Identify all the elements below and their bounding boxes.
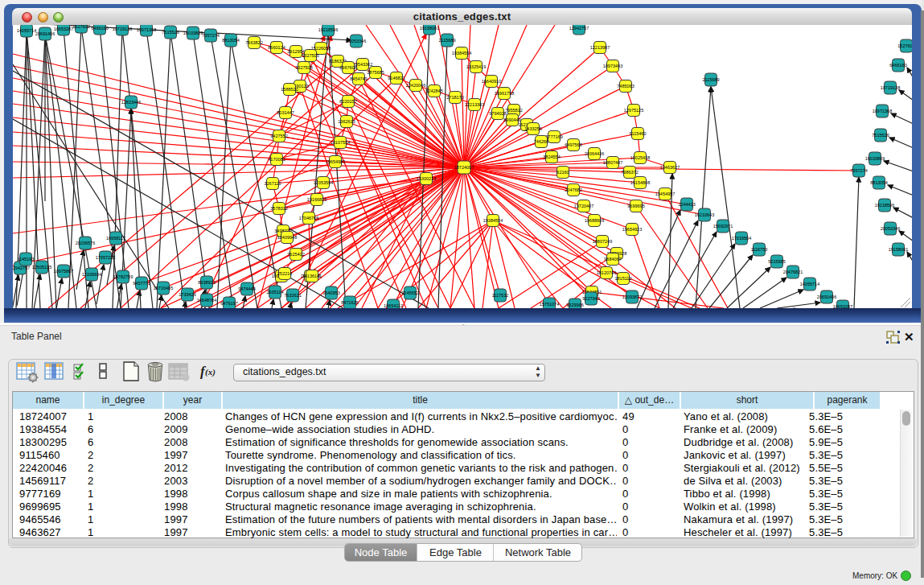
svg-text:13463627: 13463627 — [660, 165, 680, 170]
svg-text:12093872: 12093872 — [622, 295, 642, 299]
svg-text:10653287: 10653287 — [833, 304, 852, 308]
svg-text:6479197: 6479197 — [220, 301, 237, 306]
svg-text:4170083: 4170083 — [268, 157, 285, 162]
svg-text:19654985: 19654985 — [326, 159, 345, 164]
svg-text:9329966: 9329966 — [566, 303, 583, 307]
svg-text:7357274: 7357274 — [202, 33, 219, 38]
svg-text:10154808: 10154808 — [630, 180, 650, 185]
svg-text:2935114: 2935114 — [266, 290, 283, 295]
svg-text:12942757: 12942757 — [569, 26, 589, 31]
svg-text:7357274: 7357274 — [850, 168, 867, 173]
svg-text:9699695: 9699695 — [627, 204, 644, 208]
svg-text:12213383: 12213383 — [465, 102, 484, 107]
svg-text:19218506: 19218506 — [875, 203, 894, 208]
svg-text:(x): (x) — [205, 367, 216, 377]
svg-text:13454957: 13454957 — [655, 192, 675, 196]
svg-text:5215955: 5215955 — [768, 259, 785, 264]
svg-text:14055714: 14055714 — [800, 282, 819, 286]
svg-text:22420046: 22420046 — [406, 83, 425, 88]
svg-text:10025438: 10025438 — [630, 155, 650, 160]
svg-text:1116753: 1116753 — [751, 247, 768, 252]
svg-text:10973493: 10973493 — [603, 64, 622, 68]
svg-text:1362615: 1362615 — [338, 119, 355, 124]
svg-text:2115689: 2115689 — [702, 77, 719, 82]
svg-text:9684067: 9684067 — [604, 257, 621, 262]
svg-text:9474444: 9474444 — [238, 286, 255, 291]
svg-text:2718170: 2718170 — [446, 95, 463, 100]
svg-text:7515526: 7515526 — [162, 30, 179, 35]
svg-text:18120746: 18120746 — [597, 270, 616, 275]
svg-text:1145193: 1145193 — [17, 257, 34, 262]
svg-text:14055714: 14055714 — [17, 28, 36, 33]
svg-text:1815112: 1815112 — [614, 276, 631, 281]
svg-text:16958117: 16958117 — [106, 236, 125, 241]
svg-text:7955812: 7955812 — [505, 108, 522, 113]
svg-text:1527602: 1527602 — [897, 43, 912, 48]
svg-text:12975125: 12975125 — [624, 108, 643, 113]
svg-text:20053346: 20053346 — [881, 226, 900, 231]
svg-text:6497568: 6497568 — [565, 142, 581, 147]
svg-text:9146821: 9146821 — [388, 76, 405, 80]
svg-text:9115460: 9115460 — [629, 131, 646, 136]
svg-text:8220157: 8220157 — [339, 99, 356, 104]
svg-text:19166825: 19166825 — [307, 197, 326, 202]
svg-text:10971368: 10971368 — [137, 27, 156, 32]
svg-text:18807249: 18807249 — [593, 239, 612, 244]
svg-text:3824554: 3824554 — [543, 154, 560, 159]
svg-text:7485063: 7485063 — [617, 84, 634, 89]
svg-text:19158001: 19158001 — [889, 247, 908, 252]
svg-text:12409948: 12409948 — [277, 235, 297, 240]
svg-text:8454749: 8454749 — [350, 76, 367, 81]
svg-text:9245652: 9245652 — [401, 290, 418, 295]
svg-text:20691406: 20691406 — [817, 295, 836, 299]
svg-text:3875685: 3875685 — [367, 70, 384, 75]
svg-text:1733426: 1733426 — [179, 292, 195, 297]
svg-text:9327508: 9327508 — [295, 65, 312, 70]
svg-text:14136141: 14136141 — [302, 274, 322, 278]
svg-text:13325419: 13325419 — [466, 64, 486, 69]
svg-text:252214: 252214 — [277, 271, 292, 276]
svg-text:12353594: 12353594 — [314, 180, 333, 185]
svg-text:19158001: 19158001 — [420, 26, 439, 31]
svg-text:16961758: 16961758 — [495, 91, 514, 96]
svg-text:2047682: 2047682 — [565, 187, 581, 192]
svg-text:20053346: 20053346 — [347, 39, 366, 43]
svg-text:62160: 62160 — [556, 170, 569, 175]
svg-text:9427552: 9427552 — [270, 134, 287, 138]
svg-text:15716485: 15716485 — [154, 286, 173, 290]
svg-text:10719138: 10719138 — [113, 27, 132, 31]
svg-text:12505135: 12505135 — [32, 265, 51, 270]
svg-text:1244413: 1244413 — [678, 202, 695, 207]
svg-text:17957225: 17957225 — [96, 255, 115, 260]
svg-text:16648784: 16648784 — [197, 298, 216, 303]
svg-text:9227343: 9227343 — [582, 296, 599, 301]
svg-text:15692971: 15692971 — [713, 224, 733, 229]
svg-text:1117532: 1117532 — [492, 293, 509, 298]
svg-text:7632621: 7632621 — [284, 293, 301, 298]
svg-text:3267110: 3267110 — [264, 181, 281, 186]
svg-text:7625402: 7625402 — [287, 252, 304, 257]
svg-text:16640910: 16640910 — [482, 79, 501, 84]
svg-text:19384554: 19384554 — [483, 218, 503, 223]
svg-text:10107554: 10107554 — [331, 140, 350, 145]
svg-text:20206576: 20206576 — [76, 241, 95, 245]
svg-text:15751074: 15751074 — [540, 302, 559, 307]
svg-text:17046766: 17046766 — [299, 216, 318, 220]
svg-text:8938923: 8938923 — [198, 280, 215, 285]
svg-text:19654923: 19654923 — [622, 227, 642, 232]
svg-text:16782759: 16782759 — [113, 274, 133, 279]
svg-text:746266: 746266 — [534, 139, 548, 144]
svg-text:1527602: 1527602 — [72, 25, 89, 29]
svg-text:10975867: 10975867 — [54, 269, 73, 274]
svg-text:1588520: 1588520 — [281, 87, 298, 92]
svg-text:9457771: 9457771 — [133, 281, 150, 286]
svg-text:9242845: 9242845 — [425, 89, 442, 93]
svg-text:19218506: 19218506 — [318, 27, 338, 32]
svg-text:8813054: 8813054 — [222, 38, 239, 43]
svg-text:10807487: 10807487 — [603, 160, 622, 165]
svg-text:9794028: 9794028 — [489, 111, 506, 116]
svg-text:20364436: 20364436 — [585, 151, 604, 156]
svg-text:16033809: 16033809 — [183, 31, 203, 35]
svg-text:7515526: 7515526 — [872, 133, 889, 138]
svg-text:3578312: 3578312 — [270, 206, 287, 211]
